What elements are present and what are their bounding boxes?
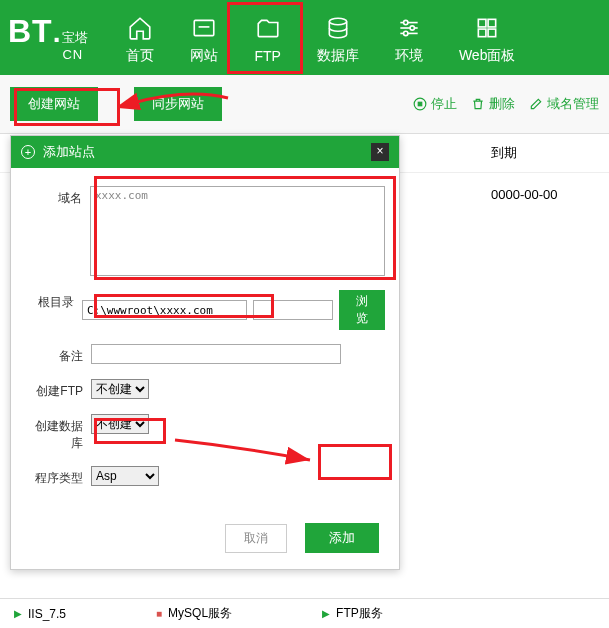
logo-cn: 宝塔 [62,29,88,47]
create-site-button[interactable]: 创建网站 [10,87,98,121]
plus-icon: + [21,145,35,159]
label-type: 程序类型 [25,466,91,487]
add-button[interactable]: 添加 [305,523,379,553]
status-dot-icon: ▶ [14,608,22,619]
ftp-icon [255,16,281,42]
status-bar: ▶IIS_7.5 ■MySQL服务 ▶FTP服务 [0,598,609,628]
label-domain: 域名 [25,186,90,207]
type-select[interactable]: Asp [91,466,159,486]
svg-point-6 [403,20,407,24]
root-input2[interactable] [253,300,333,320]
svg-point-7 [410,25,414,29]
label-note: 备注 [25,344,91,365]
svg-rect-9 [478,19,486,27]
stop-link[interactable]: 停止 [413,95,457,113]
db-select[interactable]: 不创建 [91,414,149,434]
toolbar: 创建网站 同步网站 停止 删除 域名管理 [0,75,609,134]
domain-mgmt-link[interactable]: 域名管理 [529,95,599,113]
browse-button[interactable]: 浏览 [339,290,385,330]
add-site-modal: + 添加站点 × 域名 xxxx.com 根目录 浏览 备注 创建FTP 不创建… [10,135,400,570]
label-db: 创建数据库 [25,414,91,452]
status-mysql[interactable]: ■MySQL服务 [156,605,232,622]
svg-rect-11 [478,29,486,37]
logo-dot: . [53,17,61,49]
label-root: 根目录 [25,290,82,311]
label-ftp: 创建FTP [25,379,91,400]
td-expiry: 0000-00-00 [479,173,609,216]
ftp-select[interactable]: 不创建 [91,379,149,399]
th-expiry: 到期 [479,134,609,172]
status-iis[interactable]: ▶IIS_7.5 [14,605,66,622]
modal-titlebar: + 添加站点 × [11,136,399,168]
domain-textarea[interactable]: xxxx.com [90,186,385,276]
database-icon [325,15,351,41]
nav-web[interactable]: Web面板 [441,3,534,73]
svg-rect-12 [488,29,496,37]
home-icon [127,15,153,41]
status-ftp[interactable]: ▶FTP服务 [322,605,383,622]
root-input[interactable] [82,300,247,320]
nav-ftp[interactable]: FTP [236,4,298,72]
status-dot-icon: ▶ [322,608,330,619]
close-icon[interactable]: × [371,143,389,161]
logo: BT . 宝塔 CN [8,13,88,62]
logo-en: CN [62,47,83,62]
svg-point-2 [329,18,346,25]
stop-icon [413,97,427,111]
settings-icon [396,15,422,41]
delete-link[interactable]: 删除 [471,95,515,113]
svg-rect-10 [488,19,496,27]
nav-env[interactable]: 环境 [377,3,441,73]
top-nav: BT . 宝塔 CN 首页 网站 FTP 数据库 环境 Web面板 [0,0,609,75]
svg-rect-0 [195,20,215,35]
nav-home[interactable]: 首页 [108,3,172,73]
grid-icon [474,15,500,41]
status-dot-icon: ■ [156,608,162,619]
note-input[interactable] [91,344,341,364]
nav-site[interactable]: 网站 [172,3,236,73]
svg-rect-14 [418,102,422,106]
sync-site-button[interactable]: 同步网站 [134,87,222,121]
svg-point-8 [403,31,407,35]
cancel-button[interactable]: 取消 [225,524,287,553]
modal-title-text: 添加站点 [43,143,95,161]
logo-bt: BT [8,13,53,50]
nav-db[interactable]: 数据库 [299,3,377,73]
edit-icon [529,97,543,111]
site-icon [191,15,217,41]
trash-icon [471,97,485,111]
